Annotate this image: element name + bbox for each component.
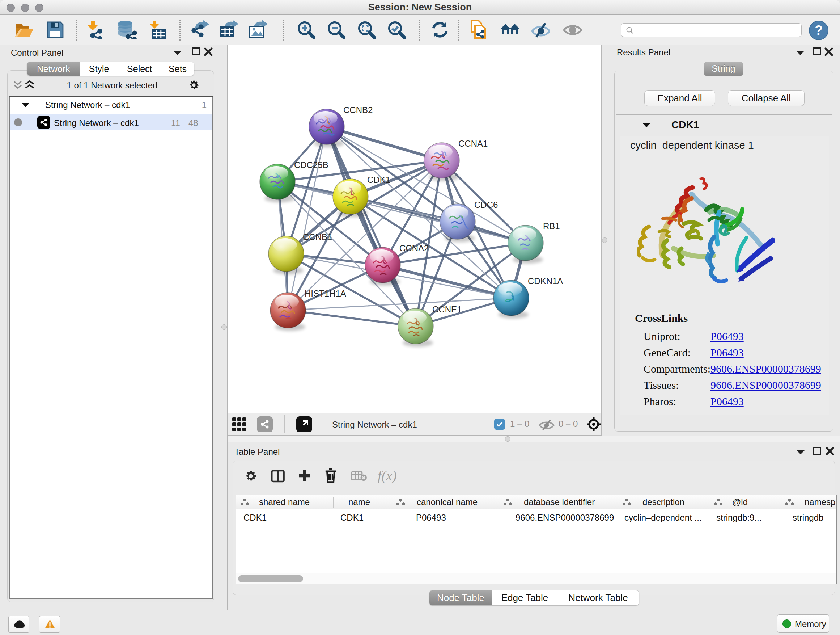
svg-text:CDK1: CDK1 bbox=[367, 175, 390, 185]
svg-text:CCNA1: CCNA1 bbox=[458, 139, 488, 149]
svg-text:CDKN1A: CDKN1A bbox=[528, 276, 563, 286]
svg-text:CCNB2: CCNB2 bbox=[343, 105, 373, 115]
svg-text:RB1: RB1 bbox=[543, 221, 560, 231]
svg-text:CDC6: CDC6 bbox=[474, 200, 498, 210]
svg-text:HIST1H1A: HIST1H1A bbox=[305, 288, 346, 298]
svg-text:CCNE1: CCNE1 bbox=[432, 304, 462, 314]
svg-text:CDC25B: CDC25B bbox=[294, 160, 328, 170]
svg-text:CCNA2: CCNA2 bbox=[399, 243, 429, 253]
svg-text:CCNB1: CCNB1 bbox=[303, 232, 332, 242]
